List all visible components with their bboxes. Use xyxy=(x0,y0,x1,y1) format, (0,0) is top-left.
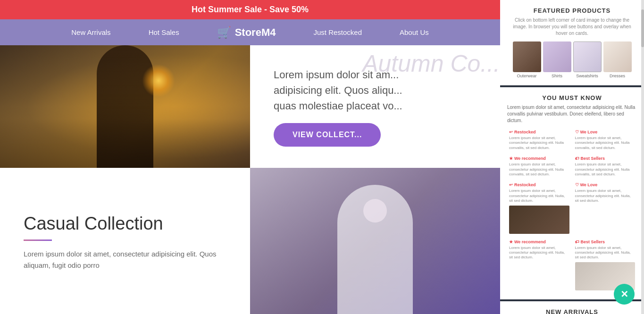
must-know-item-welove-1: ♡ We Love Lorem ipsum dolor sit amet, co… xyxy=(573,128,637,152)
casual-collection-panel: Casual Collection Lorem ipsum dolor sit … xyxy=(0,168,250,314)
restocked-icon-2: ↩ xyxy=(509,182,513,187)
nav-hot-sales[interactable]: Hot Sales xyxy=(149,28,179,36)
nav-logo[interactable]: 🛒 StoreM4 xyxy=(217,26,276,39)
bestsellers-icon-1: 🏷 xyxy=(575,156,579,161)
hero-image-right xyxy=(250,168,500,314)
restocked-icon-1: ↩ xyxy=(509,130,513,134)
must-know-img-dark xyxy=(509,206,569,234)
casual-collection-text: Lorem ipsum dolor sit amet, consectetur … xyxy=(24,248,226,271)
must-know-bestsellers-title-1: 🏷 Best Sellers xyxy=(575,156,636,161)
new-arrivals-title: NEW ARRIVALS xyxy=(507,308,637,314)
must-know-recommend-title-2: ★ We recommend xyxy=(509,240,569,244)
view-collection-button[interactable]: VIEW COLLECT... xyxy=(274,123,381,147)
sidebar-panel[interactable]: FEATURED PRODUCTS Click on bottom left c… xyxy=(500,0,644,314)
nav-new-arrivals[interactable]: New Arrivals xyxy=(71,28,110,36)
must-know-recommend-text-1: Lorem ipsum dolor sit amet, consectetur … xyxy=(509,162,569,177)
featured-products-subtitle: Click on bottom left corner of card imag… xyxy=(507,17,637,37)
scrollbar[interactable] xyxy=(641,0,644,314)
must-know-item-welove-2: ♡ We Love Lorem ipsum dolor sit amet, co… xyxy=(573,181,637,235)
dresses-label: Dresses xyxy=(603,74,632,78)
title-divider xyxy=(24,240,52,241)
product-thumbs-container: Outerwear Shirts Sweatshirts Dresses xyxy=(507,41,637,78)
welove-icon-2: ♡ xyxy=(575,182,579,187)
must-know-restocked-title-1: ↩ Restocked xyxy=(509,130,569,134)
must-know-bestsellers-title-2: 🏷 Best Sellers xyxy=(575,240,636,244)
cart-icon: 🛒 xyxy=(217,26,231,39)
close-icon: ✕ xyxy=(620,289,628,300)
hero-section-label: Autumn Co... xyxy=(362,50,500,77)
must-know-welove-text-1: Lorem ipsum dolor sit amet, consectetur … xyxy=(575,136,636,150)
product-thumb-sweatshirts[interactable]: Sweatshirts xyxy=(573,41,602,78)
must-know-restocked-text-1: Lorem ipsum dolor sit amet, consectetur … xyxy=(509,136,569,150)
welove-icon-1: ♡ xyxy=(575,130,579,134)
navbar: New Arrivals Hot Sales 🛒 StoreM4 Just Re… xyxy=(0,19,500,45)
product-thumb-shirts[interactable]: Shirts xyxy=(543,41,571,78)
must-know-welove-title-1: ♡ We Love xyxy=(575,130,636,134)
hero-right-panel: Autumn Co... Lorem ipsum dolor sit am...… xyxy=(250,45,500,168)
featured-products-title: FEATURED PRODUCTS xyxy=(507,7,637,14)
close-button[interactable]: ✕ xyxy=(614,284,635,305)
sweatshirts-label: Sweatshirts xyxy=(573,74,602,78)
recommend-icon-1: ★ xyxy=(509,156,513,161)
nav-about-us[interactable]: About Us xyxy=(400,28,429,36)
hot-sale-banner[interactable]: Hot Summer Sale - Save 50% xyxy=(0,0,500,19)
shirts-label: Shirts xyxy=(543,74,571,78)
must-know-item-restocked-1: ↩ Restocked Lorem ipsum dolor sit amet, … xyxy=(507,128,571,152)
you-must-know-section: YOU MUST KNOW Lorem ipsum dolor sit amet… xyxy=(500,87,644,299)
product-thumb-outerwear[interactable]: Outerwear xyxy=(513,41,541,78)
must-know-item-bestsellers-1: 🏷 Best Sellers Lorem ipsum dolor sit ame… xyxy=(573,154,637,179)
bestsellers-icon-2: 🏷 xyxy=(575,240,579,244)
product-thumb-dresses[interactable]: Dresses xyxy=(603,41,632,78)
featured-products-section: FEATURED PRODUCTS Click on bottom left c… xyxy=(500,0,644,85)
sweatshirts-img xyxy=(573,41,602,72)
recommend-icon-2: ★ xyxy=(509,240,513,244)
hot-sale-text: Hot Summer Sale - Save 50% xyxy=(192,5,309,14)
dresses-img xyxy=(603,41,632,72)
you-must-know-intro: Lorem ipsum dolor sit amet, consectetur … xyxy=(507,104,637,124)
must-know-grid: ↩ Restocked Lorem ipsum dolor sit amet, … xyxy=(507,128,637,292)
main-content: Hot Summer Sale - Save 50% New Arrivals … xyxy=(0,0,500,314)
hero-image-left xyxy=(0,45,250,168)
you-must-know-title: YOU MUST KNOW xyxy=(507,94,637,101)
must-know-item-recommend-1: ★ We recommend Lorem ipsum dolor sit ame… xyxy=(507,154,571,179)
casual-collection-title: Casual Collection xyxy=(24,214,226,234)
shirts-img xyxy=(543,41,571,72)
logo-text: StoreM4 xyxy=(235,26,276,39)
nav-just-restocked[interactable]: Just Restocked xyxy=(313,28,362,36)
must-know-welove-title-2: ♡ We Love xyxy=(575,182,636,187)
must-know-restocked-title-2: ↩ Restocked xyxy=(509,182,569,187)
must-know-item-restocked-2: ↩ Restocked Lorem ipsum dolor sit amet, … xyxy=(507,181,571,235)
must-know-recommend-title-1: ★ We recommend xyxy=(509,156,569,161)
outerwear-img xyxy=(513,41,541,72)
scroll-thumb xyxy=(641,9,644,47)
outerwear-label: Outerwear xyxy=(513,74,541,78)
must-know-item-recommend-2: ★ We recommend Lorem ipsum dolor sit ame… xyxy=(507,238,571,292)
must-know-bestsellers-text-1: Lorem ipsum dolor sit amet, consectetur … xyxy=(575,162,636,177)
